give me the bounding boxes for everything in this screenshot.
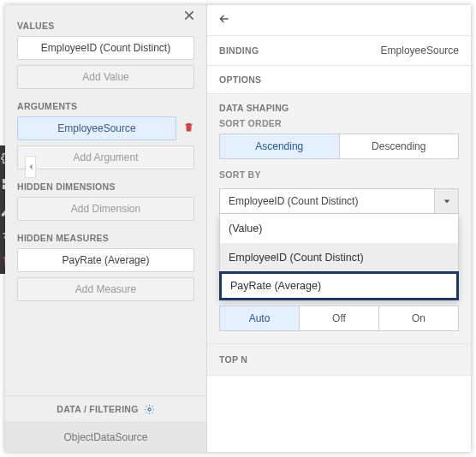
arguments-header: ARGUMENTS [17,101,194,111]
mode-off-button[interactable]: Off [299,306,378,330]
sort-by-value: EmployeeID (Count Distinct) [220,195,434,207]
sortby-option-value[interactable]: (Value) [220,214,458,243]
data-shaping-section: DATA SHAPING SORT ORDER Ascending Descen… [207,94,471,344]
datasource-row[interactable]: ObjectDataSource [5,423,206,452]
close-icon[interactable] [182,9,196,26]
value-item-label: EmployeeID (Count Distinct) [41,42,170,54]
add-argument-button[interactable]: Add Argument [17,145,194,169]
mode-auto-button[interactable]: Auto [220,306,299,330]
sort-by-menu: (Value) EmployeeID (Count Distinct) PayR… [219,214,459,300]
data-filtering-label: DATA / FILTERING [57,404,138,414]
sort-order-segment: Ascending Descending [219,134,459,159]
mode-segment: Auto Off On [219,306,459,331]
sort-by-header: SORT BY [219,169,459,180]
mode-on-button[interactable]: On [378,306,458,330]
dropdown-toggle[interactable] [434,189,458,213]
binding-value: EmployeeSource [381,45,459,56]
data-shaping-header: DATA SHAPING [219,103,459,113]
binding-row[interactable]: BINDING EmployeeSource [207,36,471,66]
top-n-row[interactable]: TOP N [207,344,471,376]
sort-descending-button[interactable]: Descending [339,134,459,158]
options-row[interactable]: OPTIONS [207,66,471,94]
gear-icon [144,404,155,415]
measure-item-label: PayRate (Average) [62,254,150,266]
values-header: VALUES [17,21,194,31]
back-icon[interactable] [217,12,231,29]
fields-panel: VALUES EmployeeID (Count Distinct) Add V… [5,5,207,452]
hidden-measures-header: HIDDEN MEASURES [17,233,194,243]
collapse-left-panel[interactable] [25,156,36,178]
sortby-option-employeeid[interactable]: EmployeeID (Count Distinct) [220,243,458,272]
caret-down-icon [443,198,450,205]
sort-ascending-button[interactable]: Ascending [220,134,339,158]
value-item[interactable]: EmployeeID (Count Distinct) [17,36,194,60]
svg-point-4 [148,407,151,410]
hidden-dimensions-header: HIDDEN DIMENSIONS [17,181,194,192]
datasource-label: ObjectDataSource [63,431,147,443]
sortby-option-payrate[interactable]: PayRate (Average) [219,271,459,300]
properties-panel: BINDING EmployeeSource OPTIONS DATA SHAP… [207,5,471,452]
sort-by-dropdown[interactable]: EmployeeID (Count Distinct) [219,188,459,214]
argument-item-label: EmployeeSource [57,122,135,134]
binding-label: BINDING [219,45,259,56]
add-dimension-button[interactable]: Add Dimension [17,197,194,221]
delete-argument-icon[interactable] [183,121,194,136]
measure-item[interactable]: PayRate (Average) [17,248,194,272]
argument-item[interactable]: EmployeeSource [17,116,176,140]
sort-order-header: SORT ORDER [219,118,459,128]
add-measure-button[interactable]: Add Measure [17,277,194,301]
data-filtering-button[interactable]: DATA / FILTERING [5,395,206,423]
add-value-button[interactable]: Add Value [17,65,194,89]
